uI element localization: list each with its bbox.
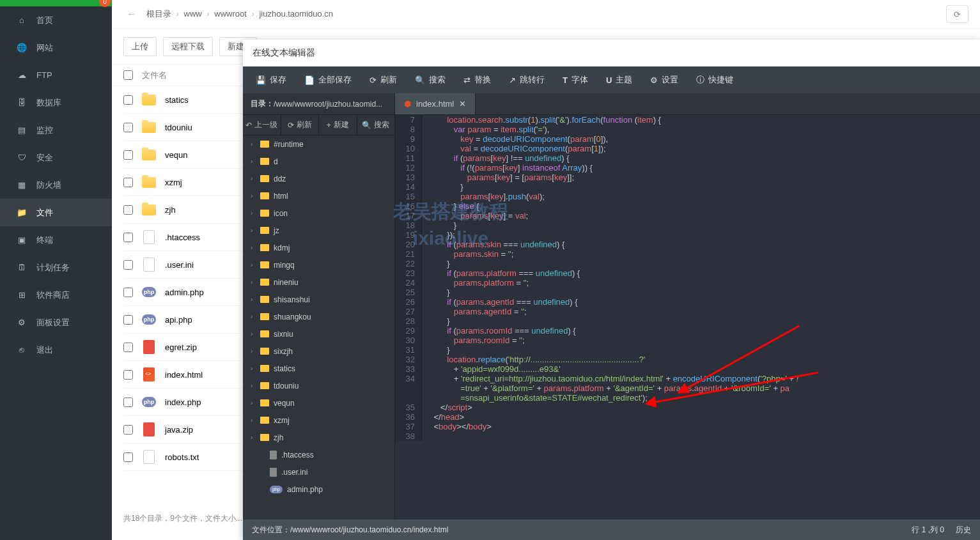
tree-folder[interactable]: ›icon xyxy=(243,204,394,222)
line-number: 33 xyxy=(395,364,422,374)
chevron-right-icon: › xyxy=(251,313,256,320)
refresh-button[interactable]: ⟳ 刷新 xyxy=(361,66,406,93)
tree-folder[interactable]: ›jz xyxy=(243,222,394,239)
tree-search-button[interactable]: 🔍 搜索 xyxy=(357,115,395,135)
row-checkbox[interactable] xyxy=(123,370,133,380)
tree-file[interactable]: .htaccess xyxy=(243,446,394,463)
folder-icon xyxy=(260,330,269,337)
sidebar-item-exit[interactable]: ⎋ 退出 xyxy=(0,336,112,364)
cloud-icon: ☁ xyxy=(17,70,27,81)
line-number: 31 xyxy=(395,345,422,355)
save-button[interactable]: 💾 保存 xyxy=(247,66,295,93)
code-line: 16· · · · · · · · } else { xyxy=(395,201,980,211)
tree-up-button[interactable]: ↶ 上一级 xyxy=(243,115,281,135)
row-checkbox[interactable] xyxy=(123,315,133,325)
replace-button[interactable]: ⇄ 替换 xyxy=(455,66,500,93)
settings-button[interactable]: ⚙ 设置 xyxy=(641,66,687,93)
remote-download-button[interactable]: 远程下载 xyxy=(163,37,213,56)
goto-button[interactable]: ↗ 跳转行 xyxy=(500,66,554,93)
tree-folder[interactable]: ›zjh xyxy=(243,429,394,446)
tree-folder[interactable]: ›sixniu xyxy=(243,325,394,343)
sidebar-item-folder[interactable]: 📁 文件 xyxy=(0,199,112,226)
nav-back-icon[interactable]: ← xyxy=(123,8,140,20)
row-checkbox[interactable] xyxy=(123,233,133,242)
row-checkbox[interactable] xyxy=(123,150,133,160)
font-button[interactable]: T 字体 xyxy=(554,66,597,93)
tree-folder[interactable]: ›nineniu xyxy=(243,274,394,291)
breadcrumb-item[interactable]: wwwroot xyxy=(212,9,249,19)
tree-folder[interactable]: ›sixzjh xyxy=(243,343,394,360)
row-checkbox[interactable] xyxy=(123,205,133,215)
sidebar-item-cloud[interactable]: ☁ FTP xyxy=(0,61,112,89)
code-line: 9· · · · · · · · · · key = decodeURIComp… xyxy=(395,134,980,144)
sidebar-item-globe[interactable]: 🌐 网站 xyxy=(0,34,112,61)
column-filename[interactable]: 文件名 xyxy=(142,70,167,81)
theme-button[interactable]: U 主题 xyxy=(597,66,641,93)
tree-folder[interactable]: ›tdouniu xyxy=(243,377,394,394)
sidebar-item-chart[interactable]: ▤ 监控 xyxy=(0,116,112,144)
row-checkbox[interactable] xyxy=(123,397,133,407)
sidebar-item-calendar[interactable]: 🗓 计划任务 xyxy=(0,254,112,281)
code-line: 28· · · · · · } xyxy=(395,316,980,326)
shortcut-button[interactable]: ⓘ 快捷键 xyxy=(687,66,742,93)
folder-icon xyxy=(260,210,269,217)
save-all-button[interactable]: 📄 全部保存 xyxy=(295,66,361,93)
line-number: 15 xyxy=(395,192,422,201)
code-editor[interactable]: 7· · · · · · location.search.substr(1).s… xyxy=(395,115,980,520)
tree-folder[interactable]: ›#runtime xyxy=(243,135,394,153)
line-number: 8 xyxy=(395,125,422,134)
code-line: 25· · · · · · } xyxy=(395,288,980,297)
tree-folder[interactable]: ›xzmj xyxy=(243,412,394,429)
folder-icon xyxy=(260,141,269,148)
tree-folder[interactable]: ›mingq xyxy=(243,256,394,274)
breadcrumb-item[interactable]: 根目录 xyxy=(144,9,174,19)
tree-refresh-button[interactable]: ⟳ 刷新 xyxy=(281,115,320,135)
history-button[interactable]: 历史 xyxy=(956,525,971,536)
tree-folder[interactable]: ›kdmj xyxy=(243,239,394,256)
folder-icon xyxy=(260,261,269,268)
tree-file[interactable]: phpadmin.php xyxy=(243,481,394,498)
sidebar-item-shield[interactable]: 🛡 安全 xyxy=(0,144,112,171)
sidebar-item-db[interactable]: 🗄 数据库 xyxy=(0,89,112,116)
tree-folder[interactable]: ›shisanshui xyxy=(243,291,394,308)
code-line: 33· · · · · · · · + 'appid=wxf099d......… xyxy=(395,364,980,374)
breadcrumb-item[interactable]: jiuzhou.taomiduo.cn xyxy=(256,9,336,19)
sidebar-item-apps[interactable]: ⊞ 软件商店 xyxy=(0,281,112,309)
sidebar-item-home[interactable]: ⌂ 首页 xyxy=(0,6,112,34)
tree-new-button[interactable]: + 新建 xyxy=(319,115,357,135)
sidebar-item-terminal[interactable]: ▣ 终端 xyxy=(0,226,112,254)
sidebar-item-label: 网站 xyxy=(36,42,53,54)
row-checkbox[interactable] xyxy=(123,452,133,462)
sidebar-item-wall[interactable]: ▦ 防火墙 xyxy=(0,171,112,199)
tree-folder[interactable]: ›html xyxy=(243,187,394,204)
row-checkbox[interactable] xyxy=(123,288,133,297)
php-icon: php xyxy=(142,313,156,326)
tree-folder[interactable]: ›d xyxy=(243,153,394,170)
tree-file[interactable]: .user.ini xyxy=(243,463,394,481)
line-number: 26 xyxy=(395,297,422,307)
code-line: 15· · · · · · · · · · params[key].push(v… xyxy=(395,192,980,201)
close-icon[interactable]: ✕ xyxy=(459,99,466,109)
breadcrumb-item[interactable]: www xyxy=(182,9,205,19)
sidebar-item-gear[interactable]: ⚙ 面板设置 xyxy=(0,309,112,336)
upload-button[interactable]: 上传 xyxy=(123,37,157,56)
code-line: 13· · · · · · · · · · · · params[key] = … xyxy=(395,173,980,182)
editor-subbar: 目录：/www/wwwroot/jiuzhou.taomid... ⬢ inde… xyxy=(243,93,980,115)
reload-button[interactable]: ⟳ xyxy=(946,5,968,23)
tree-folder[interactable]: ›vequn xyxy=(243,394,394,412)
row-checkbox[interactable] xyxy=(123,343,133,352)
tree-folder[interactable]: ›statics xyxy=(243,360,394,377)
select-all-checkbox[interactable] xyxy=(123,70,133,80)
tree-folder[interactable]: ›ddz xyxy=(243,170,394,187)
row-checkbox[interactable] xyxy=(123,178,133,187)
chevron-right-icon: › xyxy=(251,296,256,303)
row-checkbox[interactable] xyxy=(123,425,133,435)
folder-icon xyxy=(260,175,269,182)
tab-index-html[interactable]: ⬢ index.html ✕ xyxy=(395,93,476,114)
code-line: 11· · · · · · · · if (params[key] !== un… xyxy=(395,153,980,163)
tree-folder[interactable]: ›shuangkou xyxy=(243,308,394,325)
row-checkbox[interactable] xyxy=(123,95,133,105)
row-checkbox[interactable] xyxy=(123,123,133,132)
search-button[interactable]: 🔍 搜索 xyxy=(406,66,455,93)
row-checkbox[interactable] xyxy=(123,260,133,270)
